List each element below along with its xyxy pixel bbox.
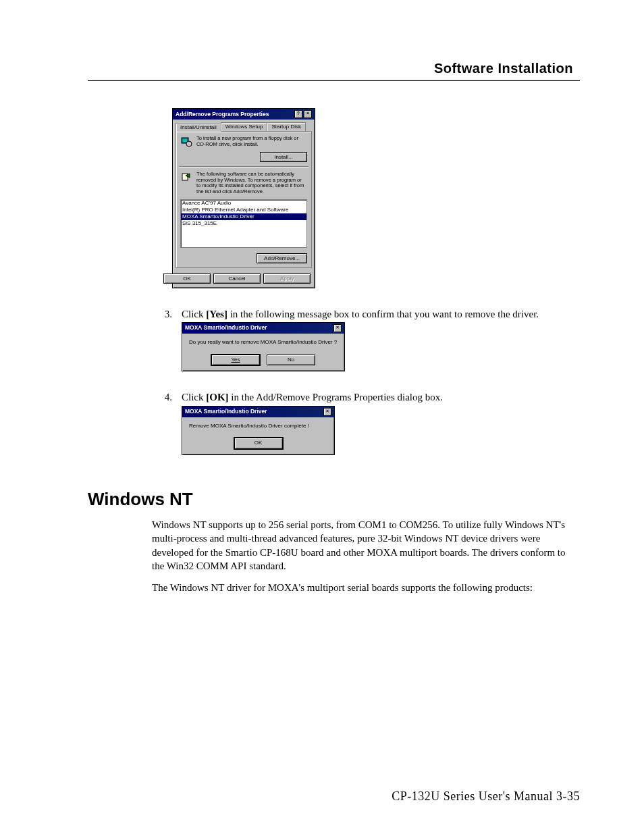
install-button[interactable]: Install... bbox=[260, 152, 307, 162]
step-number: 4. bbox=[152, 390, 172, 455]
install-icon bbox=[180, 136, 192, 148]
dialog-title: MOXA Smartio/Industio Driver bbox=[185, 408, 267, 415]
close-icon[interactable]: × bbox=[333, 324, 342, 332]
cancel-button[interactable]: Cancel bbox=[213, 273, 261, 284]
confirm-dialog: MOXA Smartio/Industio Driver × Do you re… bbox=[182, 322, 345, 372]
step-text-bold: [OK] bbox=[206, 392, 228, 402]
step-text: Click [OK] in the Add/Remove Programs Pr… bbox=[182, 390, 580, 455]
help-icon[interactable]: ? bbox=[294, 110, 302, 118]
tab-startup-disk[interactable]: Startup Disk bbox=[267, 122, 306, 131]
list-item-selected[interactable]: MOXA Smartio/Industio Driver bbox=[181, 213, 306, 220]
list-item[interactable]: Avance AC'97 Audio bbox=[181, 200, 306, 207]
list-item[interactable]: Intel(R) PRO Ethernet Adapter and Softwa… bbox=[181, 207, 306, 213]
add-remove-programs-dialog: Add/Remove Programs Properties ? × Insta… bbox=[172, 108, 315, 288]
step-number: 3. bbox=[152, 307, 172, 372]
dialog-tabs: Install/Uninstall Windows Setup Startup … bbox=[176, 122, 312, 131]
body-paragraph: The Windows NT driver for MOXA's multipo… bbox=[152, 581, 580, 594]
svg-rect-1 bbox=[183, 139, 187, 142]
dialog-titlebar: MOXA Smartio/Industio Driver × bbox=[182, 407, 334, 417]
complete-dialog: MOXA Smartio/Industio Driver × Remove MO… bbox=[182, 406, 335, 456]
header-rule bbox=[88, 80, 580, 81]
dialog-title: MOXA Smartio/Industio Driver bbox=[185, 324, 267, 332]
page-footer: CP-132U Series User's Manual 3-35 bbox=[392, 789, 580, 804]
step-text-bold: [Yes] bbox=[206, 309, 227, 319]
close-icon[interactable]: × bbox=[304, 110, 312, 118]
yes-button[interactable]: Yes bbox=[211, 355, 260, 366]
step-text-post: in the Add/Remove Programs Properties di… bbox=[229, 392, 443, 402]
install-text: To install a new program from a floppy d… bbox=[196, 136, 307, 147]
remove-text: The following software can be automatica… bbox=[196, 172, 307, 195]
tab-body: To install a new program from a floppy d… bbox=[176, 131, 312, 268]
dialog-message: Remove MOXA Smartio/Industio Driver comp… bbox=[182, 417, 334, 436]
close-icon[interactable]: × bbox=[323, 408, 331, 416]
tab-windows-setup[interactable]: Windows Setup bbox=[221, 122, 268, 131]
ok-button[interactable]: OK bbox=[234, 438, 283, 449]
dialog-message: Do you really want to remove MOXA Smarti… bbox=[182, 334, 344, 352]
svg-point-2 bbox=[186, 141, 192, 147]
apply-button: Apply bbox=[263, 273, 311, 284]
dialog-titlebar: MOXA Smartio/Industio Driver × bbox=[182, 323, 344, 334]
uninstall-icon bbox=[180, 172, 192, 184]
body-paragraph: Windows NT supports up to 256 serial por… bbox=[152, 518, 580, 573]
page-header-title: Software Installation bbox=[88, 61, 573, 76]
dialog-titlebar: Add/Remove Programs Properties ? × bbox=[173, 109, 315, 120]
dialog-title: Add/Remove Programs Properties bbox=[176, 111, 269, 118]
step-text: Click [Yes] in the following message box… bbox=[182, 307, 580, 372]
add-remove-button[interactable]: Add/Remove... bbox=[257, 253, 307, 263]
step-text-pre: Click bbox=[182, 392, 206, 402]
step-text-post: in the following message box to confirm … bbox=[227, 309, 539, 319]
svg-rect-3 bbox=[182, 174, 188, 180]
section-heading: Windows NT bbox=[88, 489, 580, 510]
programs-listbox[interactable]: Avance AC'97 Audio Intel(R) PRO Ethernet… bbox=[180, 199, 307, 248]
no-button[interactable]: No bbox=[267, 355, 315, 366]
list-item[interactable]: SiS 315_315E bbox=[181, 220, 306, 227]
ok-button[interactable]: OK bbox=[163, 273, 211, 284]
step-text-pre: Click bbox=[182, 309, 206, 319]
tab-install-uninstall[interactable]: Install/Uninstall bbox=[176, 123, 221, 132]
